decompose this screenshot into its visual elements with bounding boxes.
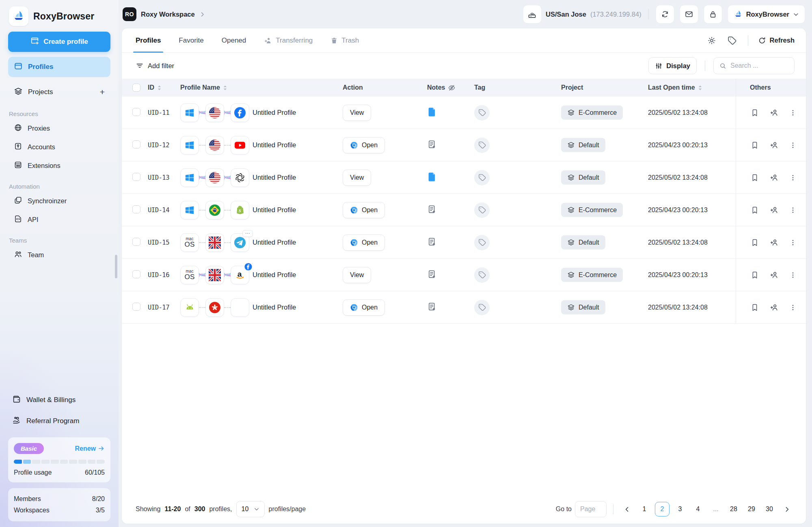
page-button-1[interactable]: 1: [637, 502, 652, 516]
renew-link[interactable]: Renew: [75, 445, 105, 452]
bookmark-icon[interactable]: [751, 109, 759, 117]
sidebar-item-api[interactable]: API: [8, 210, 110, 229]
action-button[interactable]: View: [343, 170, 371, 186]
page-button-28[interactable]: 28: [726, 502, 741, 516]
sort-icon[interactable]: [223, 85, 227, 91]
bookmark-icon[interactable]: [751, 239, 759, 247]
row-checkbox[interactable]: [132, 205, 140, 213]
sidebar-item-wallet-billings[interactable]: Wallet & Billings: [8, 389, 110, 411]
sidebar-item-profiles[interactable]: Profiles: [8, 57, 110, 77]
sidebar-item-synchroinzer[interactable]: Synchroinzer: [8, 191, 110, 210]
note-icon[interactable]: [427, 204, 436, 214]
note-icon[interactable]: [427, 302, 436, 312]
eye-off-icon[interactable]: [448, 84, 456, 92]
page-size-select[interactable]: 10: [236, 501, 265, 517]
lock-icon[interactable]: [704, 5, 722, 24]
connection-line: [224, 109, 231, 117]
add-tag-button[interactable]: [474, 138, 490, 153]
goto-page-input[interactable]: [575, 501, 607, 517]
tags-icon[interactable]: [726, 34, 738, 47]
tab-transferring[interactable]: Transferring: [264, 28, 313, 52]
workspace-switcher[interactable]: RO Roxy Workspace: [123, 7, 205, 21]
note-icon[interactable]: [427, 237, 436, 247]
sidebar-item-team[interactable]: Team: [8, 245, 110, 264]
action-button[interactable]: Open: [343, 137, 385, 153]
country-flag-icon: [205, 201, 224, 219]
action-button[interactable]: View: [343, 105, 371, 121]
account-menu[interactable]: RoxyBrowser: [728, 5, 805, 24]
add-filter-button[interactable]: Add filter: [136, 62, 174, 70]
prev-page-button[interactable]: [620, 502, 634, 516]
mail-icon[interactable]: [680, 5, 698, 24]
sidebar-item-accounts[interactable]: Accounts: [8, 138, 110, 156]
add-project-button[interactable]: +: [100, 87, 105, 97]
sort-icon[interactable]: [698, 85, 702, 91]
row-checkbox[interactable]: [132, 303, 140, 311]
action-button[interactable]: View: [343, 267, 371, 283]
add-tag-button[interactable]: [474, 170, 490, 185]
sidebar-item-projects[interactable]: Projects +: [8, 82, 110, 102]
page-button-29[interactable]: 29: [744, 502, 759, 516]
select-all-checkbox[interactable]: [132, 84, 140, 92]
more-menu-icon[interactable]: [789, 271, 797, 279]
action-button[interactable]: Open: [343, 202, 385, 218]
bookmark-icon[interactable]: [751, 206, 759, 214]
sync-icon[interactable]: [656, 5, 674, 24]
sidebar-item-extensions[interactable]: Extensions: [8, 156, 110, 175]
more-menu-icon[interactable]: [789, 109, 797, 116]
bookmark-icon[interactable]: [751, 141, 759, 149]
add-tag-button[interactable]: [474, 202, 490, 218]
more-menu-icon[interactable]: [789, 142, 797, 149]
workspaces-value: 3/5: [96, 507, 105, 514]
note-icon[interactable]: [427, 172, 436, 182]
sidebar-item-referral-program[interactable]: Referral Program: [8, 411, 110, 432]
display-button[interactable]: Display: [648, 57, 697, 74]
sidebar-scrollbar[interactable]: [115, 255, 117, 278]
more-menu-icon[interactable]: [789, 174, 797, 181]
note-icon[interactable]: [427, 140, 436, 149]
add-tag-button[interactable]: [474, 105, 490, 120]
action-button[interactable]: Open: [343, 234, 385, 251]
tab-profiles[interactable]: Profiles: [136, 28, 161, 52]
page-button-3[interactable]: 3: [673, 502, 687, 516]
row-checkbox[interactable]: [132, 270, 140, 278]
row-checkbox[interactable]: [132, 140, 140, 148]
transfer-profile-icon[interactable]: [770, 303, 778, 312]
bookmark-icon[interactable]: [751, 303, 759, 312]
row-checkbox[interactable]: [132, 173, 140, 181]
add-tag-button[interactable]: [474, 300, 490, 315]
transfer-profile-icon[interactable]: [770, 141, 778, 149]
bookmark-icon[interactable]: [751, 174, 759, 182]
transfer-profile-icon[interactable]: [770, 206, 778, 214]
row-checkbox[interactable]: [132, 238, 140, 246]
transfer-profile-icon[interactable]: [770, 173, 778, 182]
col-others: Others: [750, 84, 771, 91]
add-tag-button[interactable]: [474, 235, 490, 250]
more-menu-icon[interactable]: [789, 206, 797, 214]
create-profile-button[interactable]: Create profile: [8, 32, 110, 52]
transfer-profile-icon[interactable]: [770, 108, 778, 117]
page-button-4[interactable]: 4: [691, 502, 705, 516]
sort-icon[interactable]: [157, 85, 162, 91]
transfer-profile-icon[interactable]: [770, 238, 778, 247]
bookmark-icon[interactable]: [751, 271, 759, 279]
transfer-profile-icon[interactable]: [770, 271, 778, 279]
tab-favorite[interactable]: Favorite: [179, 28, 203, 52]
search-input[interactable]: [730, 62, 783, 69]
tab-trash[interactable]: Trash: [330, 28, 359, 52]
note-icon[interactable]: [427, 107, 436, 117]
page-button-30[interactable]: 30: [762, 502, 777, 516]
page-button-2[interactable]: 2: [655, 502, 669, 516]
add-tag-button[interactable]: [474, 267, 490, 283]
more-menu-icon[interactable]: [789, 304, 797, 311]
next-page-button[interactable]: [780, 502, 794, 516]
row-checkbox[interactable]: [132, 108, 140, 116]
tab-opened[interactable]: Opened: [222, 28, 246, 52]
action-button[interactable]: Open: [343, 299, 385, 316]
note-icon[interactable]: [427, 269, 436, 279]
proxy-modem-icon[interactable]: [523, 5, 542, 24]
settings-gear-icon[interactable]: [706, 34, 718, 47]
sidebar-item-proxies[interactable]: Proxies: [8, 119, 110, 138]
refresh-button[interactable]: Refresh: [758, 37, 795, 45]
more-menu-icon[interactable]: [789, 239, 797, 246]
